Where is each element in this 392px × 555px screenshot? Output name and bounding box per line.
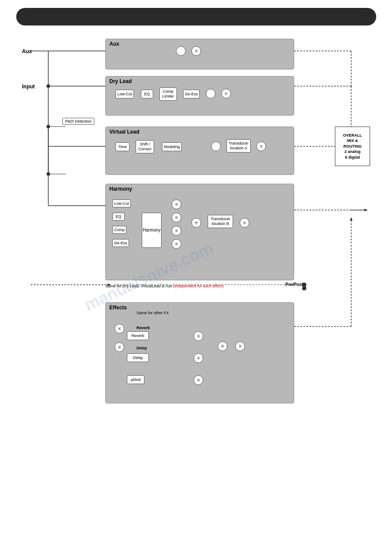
harmony-block[interactable]: Harmony bbox=[142, 213, 162, 248]
harmony-panel: Harmony Low-Cut EQ Comp De-Ess Harmony ×… bbox=[105, 184, 294, 280]
fx-reverb-cross[interactable]: × bbox=[194, 331, 203, 341]
dry-lead-output-cross[interactable]: × bbox=[221, 89, 231, 98]
diagram-area: Aux Input Aux × Dry Lead Low-Cut EQ Comp… bbox=[9, 39, 383, 522]
svg-marker-73 bbox=[364, 209, 368, 211]
delay-block[interactable]: Delay bbox=[127, 353, 149, 362]
harmony-title: Harmony bbox=[106, 184, 294, 194]
effects-panel: Effects Same for other FX × × Reverb Rev… bbox=[105, 302, 294, 403]
harmony-de-ess[interactable]: De-Ess bbox=[112, 239, 129, 247]
same-for-other-fx-label: Same for other FX bbox=[137, 311, 169, 315]
virtual-lead-title: Virtual Lead bbox=[106, 127, 294, 137]
fx-output-cross[interactable]: × bbox=[235, 341, 245, 351]
umod-block[interactable]: µMod bbox=[127, 375, 144, 384]
dry-lead-comp[interactable]: Comp Limiter bbox=[159, 87, 177, 101]
pitch-detection-box: Pitch Detection bbox=[62, 118, 94, 125]
harmony-plus: + bbox=[191, 218, 201, 228]
fx-umod-cross[interactable]: × bbox=[194, 375, 203, 385]
svg-point-7 bbox=[47, 84, 50, 88]
fx-plus: + bbox=[218, 341, 227, 351]
dry-lead-title: Dry Lead bbox=[106, 76, 294, 86]
aux-output-cross[interactable]: × bbox=[191, 46, 201, 56]
fx-input-cross-2[interactable]: × bbox=[115, 342, 124, 352]
vl-shift-correct[interactable]: Shift / Correct bbox=[136, 140, 154, 153]
reverb-label: Reverb bbox=[137, 326, 150, 330]
dry-lead-level-circle[interactable] bbox=[206, 89, 216, 98]
svg-marker-101 bbox=[350, 217, 352, 221]
harmony-eq[interactable]: EQ bbox=[112, 213, 125, 221]
delay-label: Delay bbox=[137, 346, 147, 350]
harmony-low-cut[interactable]: Low-Cut bbox=[112, 200, 131, 207]
overall-mix-box: OVERALL MIX & ROUTING 2 analog 8 digital bbox=[335, 127, 370, 166]
aux-level-circle[interactable] bbox=[176, 46, 186, 56]
pre-post-label: Pre/Post bbox=[285, 282, 303, 287]
same-for-label: Same for Dry Lead, VirtualLead & Aux (in… bbox=[105, 284, 223, 288]
dry-lead-low-cut[interactable]: Low-Cut bbox=[115, 90, 134, 98]
vl-time[interactable]: Time bbox=[115, 142, 129, 151]
harmony-cross-2[interactable]: × bbox=[172, 213, 181, 222]
dry-lead-de-ess[interactable]: De-Ess bbox=[183, 90, 200, 98]
dry-lead-panel: Dry Lead Low-Cut EQ Comp Limiter De-Ess … bbox=[105, 76, 294, 116]
harmony-cross-4[interactable]: × bbox=[172, 239, 181, 249]
input-label: Input bbox=[22, 83, 35, 90]
aux-label: Aux bbox=[22, 48, 32, 54]
vl-level-circle[interactable] bbox=[211, 141, 221, 151]
fx-input-cross-1[interactable]: × bbox=[115, 324, 124, 334]
svg-point-9 bbox=[47, 172, 50, 176]
fx-delay-cross[interactable]: × bbox=[194, 353, 203, 363]
svg-point-8 bbox=[47, 125, 50, 128]
reverb-block[interactable]: Reverb bbox=[127, 331, 149, 340]
harmony-cross-3[interactable]: × bbox=[172, 226, 181, 236]
header-bar bbox=[16, 8, 376, 25]
harmony-output-cross[interactable]: × bbox=[240, 218, 249, 228]
aux-panel: Aux × bbox=[105, 39, 294, 69]
vl-transducer-a[interactable]: Transducer location A bbox=[227, 139, 251, 152]
dry-lead-eq[interactable]: EQ bbox=[141, 90, 153, 98]
harmony-comp[interactable]: Comp bbox=[112, 226, 126, 234]
vl-output-cross[interactable]: × bbox=[256, 141, 266, 151]
effects-title: Effects bbox=[106, 303, 294, 312]
harmony-transducer-b[interactable]: Transducer location B bbox=[208, 215, 233, 228]
harmony-cross-1[interactable]: × bbox=[172, 200, 181, 209]
vl-modeling[interactable]: Modeling bbox=[162, 142, 182, 151]
virtual-lead-panel: Virtual Lead Time Shift / Correct Modeli… bbox=[105, 127, 294, 175]
